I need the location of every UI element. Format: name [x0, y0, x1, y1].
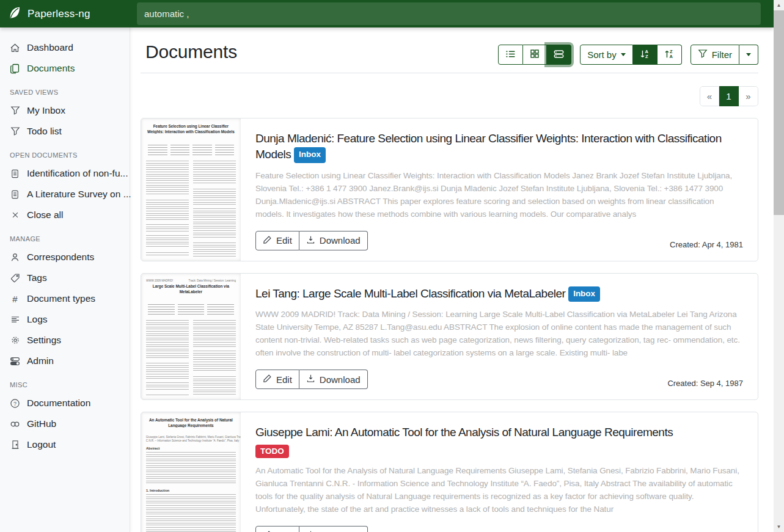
sidebar-heading-misc: MISC: [0, 371, 130, 393]
scrollbar-down-arrow[interactable]: ▼: [774, 522, 784, 532]
scrollbar-up-arrow[interactable]: ▲: [774, 0, 784, 10]
thumbnail-title: Large Scale Multi-Label Classification v…: [146, 284, 236, 294]
document-card-body: Dunja Mladenić: Feature Selection using …: [241, 118, 758, 261]
sidebar-item-open-document-1[interactable]: Identification of non-fu...: [0, 163, 130, 184]
pagination-page-1[interactable]: 1: [719, 86, 739, 106]
tag-badge-todo[interactable]: TODO: [255, 445, 289, 458]
sort-alpha-down-icon: AZ: [640, 49, 650, 61]
sort-alpha-up-icon: ZA: [664, 49, 675, 61]
document-excerpt: Feature Selection using Linear Classifie…: [255, 169, 743, 220]
document-excerpt: An Automatic Tool for the Analysis of Na…: [255, 464, 743, 516]
caret-down-icon: [621, 53, 626, 56]
sidebar-item-label: Admin: [27, 355, 54, 366]
svg-text:Z: Z: [645, 54, 648, 59]
pencil-icon: [263, 235, 272, 246]
sidebar-item-label: A Literature Survey on ...: [27, 189, 131, 200]
hash-icon: #: [10, 294, 20, 304]
sort-ascending-button[interactable]: AZ: [633, 45, 658, 65]
thumbnail-authors-lines: [148, 304, 234, 315]
document-actions: Edit Download: [255, 370, 368, 389]
page-header: Documents Sort by: [141, 42, 758, 73]
app-page: Paperless-ng Dashboard Documents SAVED V…: [0, 0, 774, 532]
view-list-button[interactable]: [498, 45, 523, 65]
thumbnail-authors-lines: [148, 145, 234, 155]
search-input[interactable]: [137, 2, 761, 25]
document-title[interactable]: Dunja Mladenić: Feature Selection using …: [255, 131, 743, 163]
sidebar-item-label: Dashboard: [27, 42, 73, 53]
sidebar-item-label: Document types: [27, 293, 95, 304]
sidebar-item-admin[interactable]: Admin: [0, 351, 130, 371]
sort-by-button[interactable]: Sort by: [580, 45, 633, 65]
badge-line: TODO: [255, 445, 743, 458]
link-icon: [10, 419, 20, 429]
sidebar-item-document-types[interactable]: # Document types: [0, 288, 130, 309]
sidebar-item-label: Logout: [27, 439, 56, 450]
list-view-icon: [505, 49, 516, 61]
document-footer: Edit Download Created: Apr 4, 1981: [255, 231, 743, 250]
document-card: Feature Selection using Linear Classifie…: [141, 118, 758, 261]
search-bar: [137, 2, 761, 25]
document-thumbnail[interactable]: An Automatic Tool for the Analysis of Na…: [141, 412, 241, 532]
sidebar-item-github[interactable]: GitHub: [0, 414, 130, 434]
document-card: An Automatic Tool for the Analysis of Na…: [141, 412, 758, 532]
filter-button[interactable]: Filter: [691, 45, 739, 65]
caret-down-icon: [746, 53, 751, 56]
pencil-icon: [263, 374, 272, 385]
sidebar-item-logs[interactable]: Logs: [0, 309, 130, 330]
sidebar-item-label: My Inbox: [27, 105, 65, 116]
filter-label: Filter: [712, 49, 732, 60]
toggles-icon: [10, 356, 20, 366]
funnel-icon: [10, 106, 20, 116]
sidebar-item-tags[interactable]: Tags: [0, 268, 130, 288]
funnel-icon: [698, 49, 708, 60]
sidebar-item-dashboard[interactable]: Dashboard: [0, 37, 130, 58]
created-date: Created: Sep 4, 1987: [667, 379, 743, 389]
edit-button[interactable]: Edit: [255, 526, 299, 532]
thumbnail-authors: Giuseppe Lami, Stefania Gnesi, Fabrizio …: [146, 435, 236, 437]
documents-page: Documents Sort by: [130, 27, 774, 532]
sidebar-item-label: Close all: [27, 210, 63, 220]
filter-dropdown-button[interactable]: [739, 45, 758, 65]
door-icon: [10, 440, 20, 450]
pagination-next[interactable]: »: [739, 86, 758, 106]
sort-descending-button[interactable]: ZA: [658, 45, 682, 65]
thumbnail-header: WWW 2009 MADRID! Track: Data Mining / Se…: [146, 279, 236, 283]
document-title[interactable]: Giuseppe Lami: An Automatic Tool for the…: [255, 425, 743, 440]
sidebar-item-documentation[interactable]: ? Documentation: [0, 393, 130, 414]
sidebar-item-open-document-2[interactable]: A Literature Survey on ...: [0, 184, 130, 205]
tag-badge-inbox[interactable]: Inbox: [568, 286, 600, 302]
sidebar-item-close-all[interactable]: Close all: [0, 205, 130, 225]
vertical-scrollbar[interactable]: ▲ ▼: [774, 0, 784, 532]
sidebar-item-logout[interactable]: Logout: [0, 434, 130, 455]
edit-button[interactable]: Edit: [255, 231, 299, 250]
filter-group: Filter: [691, 45, 758, 65]
document-card: WWW 2009 MADRID! Track: Data Mining / Se…: [141, 273, 758, 401]
download-button[interactable]: Download: [299, 370, 368, 389]
document-thumbnail[interactable]: Feature Selection using Linear Classifie…: [141, 118, 241, 261]
pagination-prev[interactable]: «: [700, 86, 719, 106]
close-icon: [10, 210, 20, 220]
sidebar-item-my-inbox[interactable]: My Inbox: [0, 100, 130, 121]
tag-icon: [10, 273, 20, 283]
brand-link[interactable]: Paperless-ng: [0, 6, 130, 22]
document-title[interactable]: Lei Tang: Large Scale Multi-Label Classi…: [255, 286, 743, 302]
edit-button[interactable]: Edit: [255, 370, 299, 389]
sidebar-item-todo-list[interactable]: Todo list: [0, 121, 130, 142]
sidebar-item-settings[interactable]: Settings: [0, 330, 130, 351]
person-icon: [10, 252, 20, 263]
sidebar-item-correspondents[interactable]: Correspondents: [0, 247, 130, 268]
view-details-button[interactable]: [547, 45, 571, 65]
document-thumbnail[interactable]: WWW 2009 MADRID! Track: Data Mining / Se…: [141, 274, 241, 400]
download-button[interactable]: Download: [299, 526, 368, 532]
top-navbar: Paperless-ng: [0, 0, 774, 27]
document-footer: Edit Download Created: Sep 4, 1987: [255, 370, 743, 389]
view-grid-button[interactable]: [523, 45, 547, 65]
download-button[interactable]: Download: [299, 231, 368, 250]
scrollbar-thumb[interactable]: [774, 10, 784, 215]
page-title: Documents: [145, 42, 237, 62]
gear-icon: [10, 335, 20, 346]
sidebar-item-label: GitHub: [27, 418, 56, 429]
tag-badge-inbox[interactable]: Inbox: [294, 147, 326, 163]
thumbnail-text-lines: [146, 320, 236, 395]
sidebar-item-documents[interactable]: Documents: [0, 58, 130, 79]
